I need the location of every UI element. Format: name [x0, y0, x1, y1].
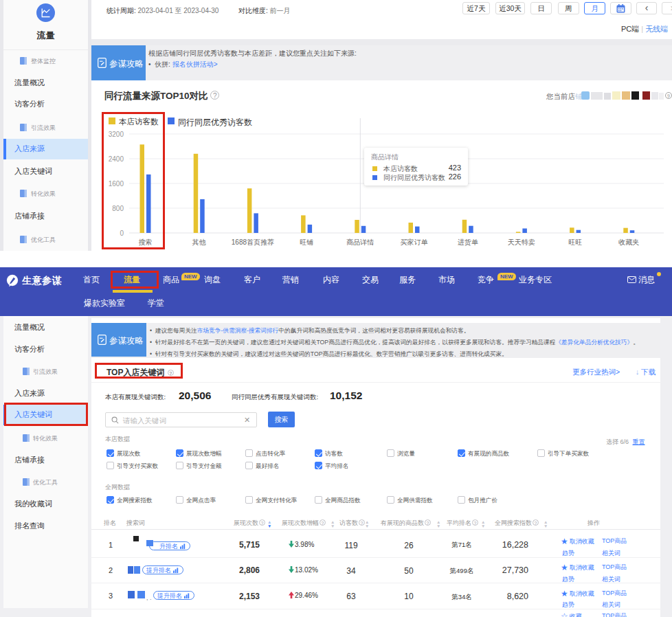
svg-text:其他: 其他 [192, 238, 206, 246]
svg-text:旺铺: 旺铺 [300, 238, 313, 246]
svg-text:买家订单: 买家订单 [401, 238, 429, 246]
svg-text:天天特卖: 天天特卖 [508, 238, 535, 246]
svg-text:收藏夹: 收藏夹 [618, 238, 639, 246]
svg-text:旺旺: 旺旺 [568, 238, 582, 246]
svg-text:1688首页推荐: 1688首页推荐 [232, 238, 274, 246]
svg-text:商品详情: 商品详情 [346, 238, 374, 246]
svg-text:进货单: 进货单 [458, 238, 479, 246]
